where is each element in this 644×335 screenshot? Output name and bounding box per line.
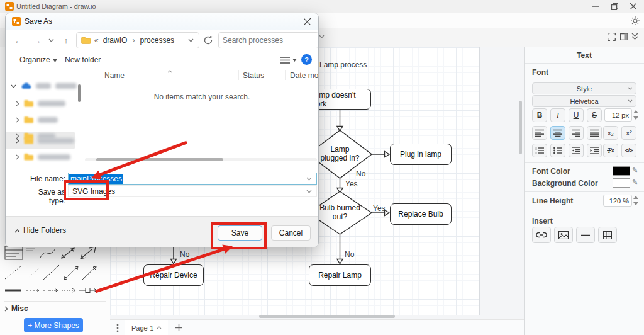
nav-item-documents[interactable] (16, 137, 74, 144)
vertical-scrollbar[interactable] (519, 101, 522, 154)
close-window-icon[interactable] (624, 0, 643, 13)
search-input[interactable] (219, 36, 319, 45)
address-dropdown-chevron-icon[interactable] (188, 38, 194, 42)
background-color-swatch[interactable] (613, 178, 630, 188)
edge-label-yes2[interactable]: Yes (373, 204, 386, 213)
cancel-button[interactable]: Cancel (271, 225, 311, 241)
bold-button[interactable]: B (532, 108, 547, 122)
edge-label-no3[interactable]: No (180, 250, 189, 259)
nav-item-folder[interactable] (16, 153, 70, 161)
chevron-right-icon[interactable] (16, 101, 19, 106)
format-panel-toggle-icon[interactable] (620, 33, 628, 40)
maximize-button[interactable] (605, 0, 624, 13)
insert-image-button[interactable] (554, 227, 573, 243)
organize-menu[interactable]: Organize (19, 55, 50, 64)
chevron-right-icon[interactable] (16, 154, 19, 160)
node-lamp-plugged-in[interactable]: Lamp plugged in? (318, 145, 362, 162)
node-plug-in-lamp[interactable]: Plug in lamp (390, 144, 452, 165)
align-left-button[interactable] (532, 126, 547, 140)
column-status[interactable]: Status (243, 71, 264, 80)
misc-expand-chevron-icon[interactable] (4, 306, 8, 312)
horizontal-scrollbar[interactable] (259, 315, 395, 318)
nav-item-onedrive[interactable] (11, 82, 77, 89)
subscript-button[interactable]: x₂ (603, 126, 618, 140)
indent-button[interactable] (587, 144, 602, 157)
font-size-input[interactable]: 12 px (604, 108, 632, 122)
add-page-icon[interactable] (175, 324, 182, 331)
address-bar[interactable]: « drawIO › processes (76, 32, 199, 48)
font-size-stepper[interactable] (633, 110, 638, 120)
numbered-list-button[interactable] (532, 144, 547, 157)
superscript-button[interactable]: x² (621, 126, 636, 140)
html-code-button[interactable]: </> (621, 144, 636, 157)
refresh-icon[interactable] (203, 35, 213, 45)
view-caret-icon[interactable] (292, 59, 297, 62)
column-name[interactable]: Name (104, 71, 125, 80)
fullscreen-icon[interactable] (608, 33, 616, 41)
insert-hr-button[interactable] (576, 227, 595, 243)
edit-background-color-icon[interactable]: ✎ (632, 178, 638, 186)
underline-button[interactable]: U (569, 108, 584, 122)
chevron-right-icon[interactable] (16, 117, 19, 123)
breadcrumb-folder[interactable]: drawIO (103, 36, 128, 45)
minimize-button[interactable] (586, 0, 605, 13)
edge-label-yes[interactable]: Yes (345, 179, 358, 188)
misc-section-header[interactable]: Misc (11, 304, 28, 313)
node-repair-device[interactable]: Repair Device (143, 264, 204, 286)
flowchart-title[interactable]: Lamp process (319, 60, 367, 69)
nav-item-folder[interactable] (16, 116, 58, 123)
insert-table-button[interactable] (598, 227, 617, 243)
nav-item-folder[interactable] (16, 99, 65, 107)
outdent-button[interactable] (569, 144, 584, 157)
pages-menu-icon[interactable] (116, 324, 119, 332)
column-date-modified[interactable]: Date modifi (290, 71, 319, 80)
nav-scrollbar[interactable] (78, 84, 80, 102)
chevron-right-icon[interactable] (16, 138, 19, 144)
node-lamp-doesnt-work[interactable]: Lamp doesn't work (310, 89, 371, 110)
new-folder-button[interactable]: New folder (65, 55, 101, 64)
italic-button[interactable]: I (550, 108, 565, 122)
page-tab-caret-icon (157, 326, 162, 329)
list-hscroll-thumb[interactable] (96, 158, 223, 161)
tab-text[interactable]: Text (525, 47, 644, 64)
toolbar-dropdown-caret-icon[interactable] (319, 35, 325, 38)
theme-toggle-icon[interactable] (631, 16, 640, 25)
edge-label-no[interactable]: No (356, 169, 365, 178)
node-replace-bulb[interactable]: Replace Bulb (390, 203, 452, 225)
save-type-dropdown-chevron-icon[interactable] (306, 190, 312, 193)
line-height-input[interactable]: 120 % (603, 195, 632, 207)
line-height-stepper[interactable] (633, 196, 638, 205)
hide-folders-button[interactable]: Hide Folders (23, 226, 66, 235)
chevron-down-icon[interactable] (11, 84, 16, 88)
close-dialog-icon[interactable] (304, 18, 311, 25)
shape-thumbnails[interactable] (3, 246, 103, 299)
help-icon[interactable]: ? (301, 54, 312, 65)
view-list-icon[interactable] (280, 56, 290, 64)
list-hscroll-track[interactable] (85, 158, 317, 161)
forward-icon[interactable]: → (30, 33, 45, 48)
breadcrumb-subfolder[interactable]: processes (140, 36, 174, 45)
search-box[interactable] (218, 32, 319, 48)
recent-locations-chevron-icon[interactable] (48, 38, 54, 42)
up-icon[interactable]: ↑ (58, 33, 74, 48)
collapse-chevrons-icon[interactable] (631, 33, 638, 40)
strikethrough-button[interactable]: S (587, 108, 602, 122)
align-right-button[interactable] (569, 126, 584, 140)
page-tab[interactable]: Page-1 (125, 320, 168, 335)
font-family-select[interactable]: Helvetica (532, 95, 636, 107)
font-style-select[interactable]: Style (532, 82, 636, 94)
back-icon[interactable]: ← (11, 33, 26, 48)
font-color-swatch[interactable] (613, 166, 630, 176)
edit-font-color-icon[interactable]: ✎ (632, 166, 638, 174)
align-justify-button[interactable] (587, 126, 602, 140)
clear-formatting-button[interactable]: Tx (603, 144, 618, 157)
node-repair-lamp[interactable]: Repair Lamp (309, 264, 371, 286)
more-shapes-button[interactable]: + More Shapes (24, 318, 83, 332)
edge-label-no2[interactable]: No (345, 250, 354, 259)
insert-link-button[interactable] (532, 227, 551, 243)
breadcrumb-chevrons[interactable]: « (94, 36, 99, 45)
file-name-dropdown-chevron-icon[interactable] (306, 177, 312, 181)
bullet-list-button[interactable] (550, 144, 565, 157)
align-center-button[interactable] (550, 126, 565, 140)
node-bulb-burned-out[interactable]: Bulb burned out? (318, 203, 362, 221)
